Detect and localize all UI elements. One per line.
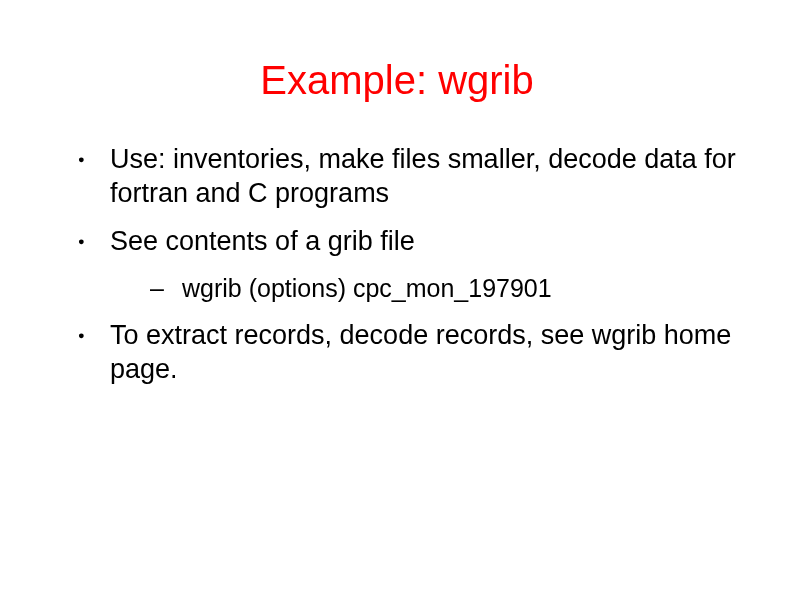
list-item: To extract records, decode records, see … <box>70 319 744 387</box>
sub-bullet-list: wgrib (options) cpc_mon_197901 <box>110 272 744 305</box>
slide-content: Use: inventories, make files smaller, de… <box>0 143 794 386</box>
list-item: See contents of a grib file wgrib (optio… <box>70 225 744 305</box>
bullet-text: Use: inventories, make files smaller, de… <box>110 144 736 208</box>
slide-title: Example: wgrib <box>0 58 794 103</box>
sub-bullet-text: wgrib (options) cpc_mon_197901 <box>182 274 552 302</box>
bullet-text: See contents of a grib file <box>110 226 415 256</box>
bullet-list: Use: inventories, make files smaller, de… <box>70 143 744 386</box>
list-item: Use: inventories, make files smaller, de… <box>70 143 744 211</box>
bullet-text: To extract records, decode records, see … <box>110 320 731 384</box>
sub-list-item: wgrib (options) cpc_mon_197901 <box>110 272 744 305</box>
slide: Example: wgrib Use: inventories, make fi… <box>0 0 794 595</box>
